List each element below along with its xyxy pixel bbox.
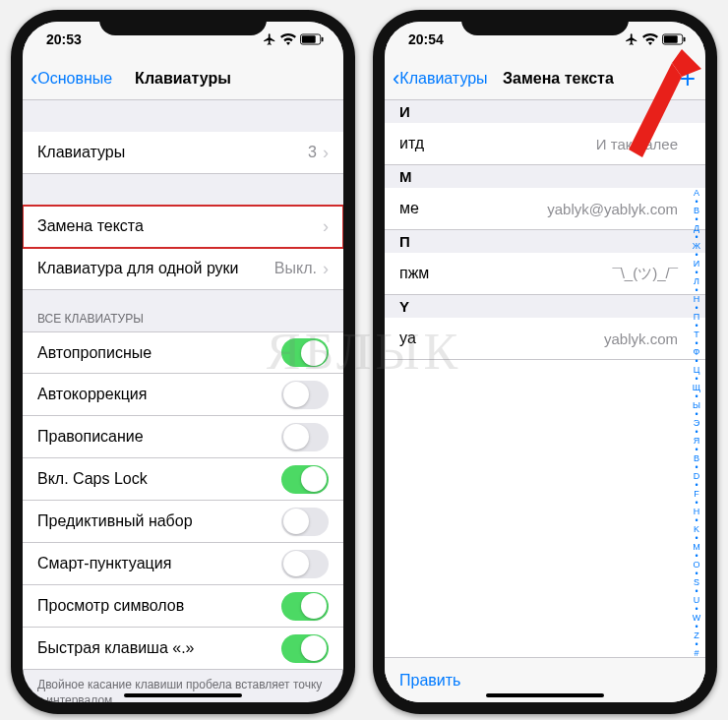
wifi-icon xyxy=(642,33,658,45)
svg-rect-2 xyxy=(322,37,324,42)
section-letter: И xyxy=(385,100,705,123)
phrase-text: ¯\_(ツ)_/¯ xyxy=(612,265,678,283)
nav-bar: ‹ Клавиатуры Замена текста + xyxy=(385,57,705,100)
replacement-row[interactable]: ме yablyk@yablyk.com xyxy=(385,188,705,230)
toggle-smartpunc[interactable] xyxy=(281,550,329,578)
replacement-row[interactable]: ya yablyk.com xyxy=(385,318,705,360)
wifi-icon xyxy=(280,33,296,45)
section-letter: П xyxy=(385,230,705,253)
notch xyxy=(99,10,267,35)
screen-left: 20:53 ‹ Основные Клавиатуры Клавиатуры 3… xyxy=(23,22,343,702)
row-detail: 3 xyxy=(308,144,317,161)
row-autocorr[interactable]: Автокоррекция xyxy=(23,374,343,416)
row-autocap[interactable]: Автопрописные xyxy=(23,331,343,374)
row-one-handed[interactable]: Клавиатура для одной руки Выкл. › xyxy=(23,248,343,290)
row-label: Автопрописные xyxy=(37,344,281,362)
row-label: Клавиатуры xyxy=(37,144,308,161)
chevron-left-icon: ‹ xyxy=(393,68,399,90)
nav-back-button[interactable]: ‹ Основные xyxy=(30,68,112,90)
phrase-text: И так далее xyxy=(596,136,678,152)
row-label: Замена текста xyxy=(37,217,323,235)
home-indicator[interactable] xyxy=(124,693,242,697)
toggle-autocorr[interactable] xyxy=(281,381,329,409)
toggle-spelling[interactable] xyxy=(281,423,329,451)
nav-bar: ‹ Основные Клавиатуры xyxy=(23,57,343,100)
toggle-predict[interactable] xyxy=(281,508,329,536)
nav-back-button[interactable]: ‹ Клавиатуры xyxy=(393,68,488,90)
section-header-all-keyboards: ВСЕ КЛАВИАТУРЫ xyxy=(23,290,343,331)
phone-right: 20:54 ‹ Клавиатуры Замена текста + И итд… xyxy=(373,10,717,714)
phrase-text: yablyk@yablyk.com xyxy=(547,201,678,217)
section-letter: Y xyxy=(385,295,705,318)
section-letter: М xyxy=(385,165,705,188)
footer-double-space: Двойное касание клавиши пробела вставляе… xyxy=(23,670,343,702)
settings-content[interactable]: Клавиатуры 3 › Замена текста › Клавиатур… xyxy=(23,100,343,702)
row-label: Смарт-пунктуация xyxy=(37,555,281,572)
row-dotshort[interactable]: Быстрая клавиша «.» xyxy=(23,628,343,670)
row-keyboards[interactable]: Клавиатуры 3 › xyxy=(23,132,343,174)
phone-left: 20:53 ‹ Основные Клавиатуры Клавиатуры 3… xyxy=(11,10,355,714)
add-button[interactable]: + xyxy=(680,57,696,99)
row-text-replacement[interactable]: Замена текста › xyxy=(23,206,343,248)
airplane-icon xyxy=(625,32,638,46)
row-label: Просмотр символов xyxy=(37,597,281,615)
chevron-right-icon: › xyxy=(323,259,329,279)
row-capslock[interactable]: Вкл. Caps Lock xyxy=(23,458,343,501)
status-time: 20:54 xyxy=(408,31,444,47)
shortcut-text: ya xyxy=(399,330,416,347)
row-predict[interactable]: Предиктивный набор xyxy=(23,501,343,543)
row-label: Правописание xyxy=(37,428,281,446)
replacement-row[interactable]: итд И так далее xyxy=(385,123,705,165)
plus-icon: + xyxy=(680,63,696,94)
toggle-autocap[interactable] xyxy=(281,338,329,367)
row-smartpunc[interactable]: Смарт-пунктуация xyxy=(23,543,343,585)
chevron-left-icon: ‹ xyxy=(30,68,37,90)
shortcut-text: итд xyxy=(399,135,424,152)
edit-button[interactable]: Править xyxy=(399,672,460,690)
chevron-right-icon: › xyxy=(323,143,329,163)
phrase-text: yablyk.com xyxy=(604,330,678,347)
row-label: Клавиатура для одной руки xyxy=(37,260,274,277)
row-label: Предиктивный набор xyxy=(37,512,281,530)
svg-rect-5 xyxy=(684,37,686,42)
shortcut-text: пжм xyxy=(399,265,429,282)
svg-rect-1 xyxy=(302,35,316,42)
notch xyxy=(461,10,629,35)
home-indicator[interactable] xyxy=(486,693,604,697)
svg-rect-4 xyxy=(664,35,678,42)
shortcut-text: ме xyxy=(399,200,419,217)
battery-icon xyxy=(300,33,324,45)
airplane-icon xyxy=(263,32,276,46)
status-icons xyxy=(263,32,324,46)
row-preview[interactable]: Просмотр символов xyxy=(23,585,343,628)
row-label: Вкл. Caps Lock xyxy=(37,470,281,488)
status-time: 20:53 xyxy=(46,31,82,47)
replacements-content[interactable]: И итд И так далее М ме yablyk@yablyk.com… xyxy=(385,100,705,702)
section-index[interactable]: А•В•Д•Ж•И•Л•Н•П•Т•Ф•Ц•Щ•Ы•Э•Я•B•D•F•H•K•… xyxy=(690,189,703,643)
nav-back-label: Основные xyxy=(37,70,112,88)
row-label: Быстрая клавиша «.» xyxy=(37,639,281,657)
battery-icon xyxy=(662,33,686,45)
row-detail: Выкл. xyxy=(274,260,317,277)
row-spelling[interactable]: Правописание xyxy=(23,416,343,458)
nav-back-label: Клавиатуры xyxy=(399,70,487,88)
chevron-right-icon: › xyxy=(323,216,329,237)
row-label: Автокоррекция xyxy=(37,386,281,403)
screen-right: 20:54 ‹ Клавиатуры Замена текста + И итд… xyxy=(385,22,705,702)
replacement-row[interactable]: пжм ¯\_(ツ)_/¯ xyxy=(385,253,705,295)
toggle-capslock[interactable] xyxy=(281,465,329,494)
toggle-preview[interactable] xyxy=(281,592,329,621)
toggle-dotshort[interactable] xyxy=(281,634,329,663)
status-icons xyxy=(625,32,686,46)
